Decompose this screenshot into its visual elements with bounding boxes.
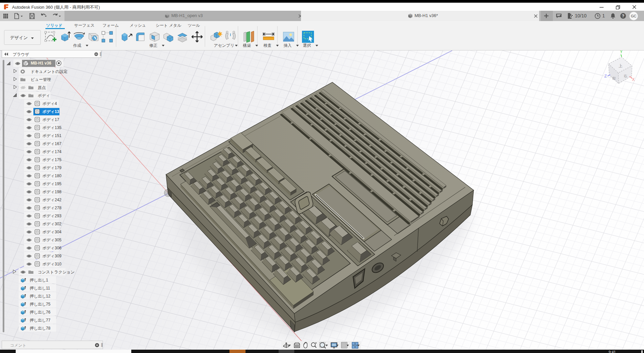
svg-text:GC: GC [631,14,637,18]
svg-text:Y: Y [620,50,623,54]
svg-text:?: ? [622,14,624,18]
svg-text:X: X [632,77,635,82]
svg-text:上: 上 [618,64,623,69]
svg-text:前: 前 [612,76,616,80]
svg-text:右: 右 [623,74,627,78]
svg-text:Z: Z [604,74,607,79]
